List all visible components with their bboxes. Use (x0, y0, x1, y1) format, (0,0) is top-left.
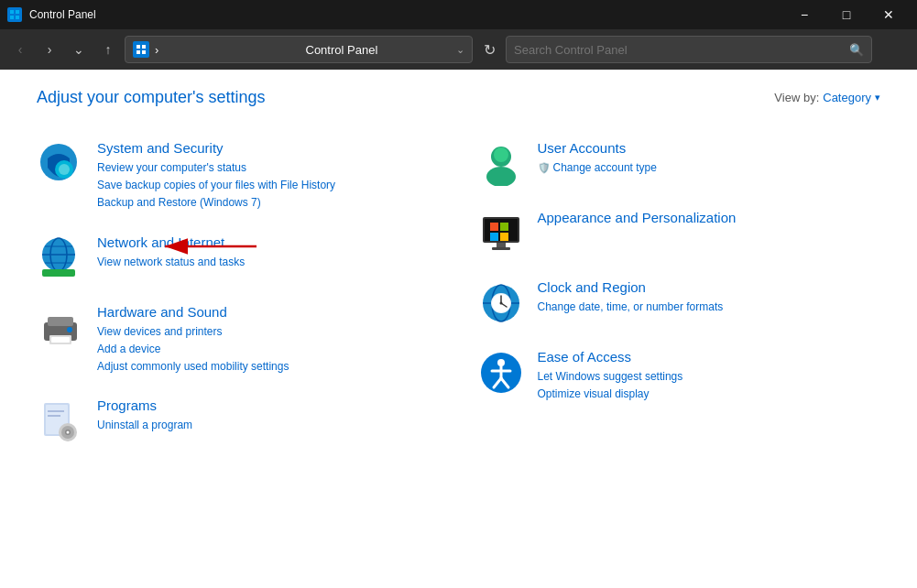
category-user-accounts: User Accounts 🛡️ Change account type (477, 129, 881, 199)
svg-rect-21 (48, 317, 73, 326)
network-internet-link-1[interactable]: View network status and tasks (97, 254, 441, 271)
svg-rect-40 (490, 233, 498, 241)
programs-title[interactable]: Programs (97, 397, 441, 413)
ease-access-link-1[interactable]: Let Windows suggest settings (538, 368, 881, 386)
category-appearance: Appearance and Personalization (477, 199, 881, 268)
svg-rect-43 (492, 247, 510, 250)
category-ease-access: Ease of Access Let Windows suggest setti… (477, 338, 881, 414)
svg-point-11 (59, 164, 70, 175)
svg-rect-38 (490, 223, 498, 231)
maximize-button[interactable]: □ (825, 0, 868, 29)
view-by-value[interactable]: Category (823, 91, 871, 104)
svg-rect-2 (10, 16, 14, 19)
clock-region-text: Clock and Region Change date, time, or n… (538, 279, 881, 316)
user-accounts-link-1[interactable]: Change account type (553, 159, 657, 177)
appearance-title[interactable]: Appearance and Personalization (538, 210, 881, 225)
svg-rect-27 (48, 410, 64, 412)
category-hardware-sound: Hardware and Sound View devices and prin… (37, 293, 441, 387)
arrow-annotation (156, 233, 266, 264)
svg-rect-17 (42, 269, 75, 277)
programs-link-1[interactable]: Uninstall a program (97, 417, 441, 434)
svg-rect-3 (16, 16, 19, 19)
category-network-internet: Network and Internet View network status… (37, 223, 441, 293)
back-button[interactable]: ‹ (7, 37, 33, 62)
address-icon (133, 41, 149, 58)
category-programs: Programs Uninstall a program (37, 387, 441, 456)
address-dropdown-icon: ⌄ (456, 44, 464, 56)
hardware-sound-text: Hardware and Sound View devices and prin… (97, 304, 441, 376)
user-accounts-title[interactable]: User Accounts (538, 140, 881, 156)
system-security-link-2[interactable]: Save backup copies of your files with Fi… (97, 177, 441, 194)
svg-point-51 (499, 302, 502, 305)
forward-button[interactable]: › (37, 37, 62, 62)
clock-region-title[interactable]: Clock and Region (538, 279, 881, 295)
svg-point-32 (67, 431, 70, 434)
svg-rect-7 (136, 50, 140, 54)
content-area: Adjust your computer's settings View by:… (0, 70, 917, 588)
categories-grid: System and Security Review your computer… (37, 129, 880, 456)
svg-point-24 (67, 327, 72, 332)
svg-rect-42 (497, 243, 506, 247)
search-icon[interactable]: 🔍 (849, 43, 864, 57)
system-security-link-3[interactable]: Backup and Restore (Windows 7) (97, 194, 441, 212)
view-by-chevron-icon: ▾ (875, 92, 880, 103)
appearance-text: Appearance and Personalization (538, 210, 881, 229)
network-internet-icon (37, 234, 84, 282)
ease-access-link-2[interactable]: Optimize visual display (538, 386, 881, 403)
address-label: Control Panel (306, 43, 452, 57)
view-by-label: View by: (774, 91, 819, 104)
search-bar[interactable]: 🔍 (506, 36, 872, 63)
svg-rect-1 (16, 10, 19, 14)
minimize-button[interactable]: − (783, 0, 825, 29)
clock-region-icon (477, 279, 525, 327)
network-internet-text: Network and Internet View network status… (97, 234, 441, 271)
svg-rect-6 (142, 45, 146, 49)
hardware-sound-icon (37, 304, 84, 352)
ease-access-text: Ease of Access Let Windows suggest setti… (538, 349, 881, 403)
hardware-sound-title[interactable]: Hardware and Sound (97, 304, 441, 320)
left-column: System and Security Review your computer… (37, 129, 441, 456)
svg-point-34 (486, 167, 516, 186)
user-accounts-text: User Accounts 🛡️ Change account type (538, 140, 881, 177)
close-button[interactable]: ✕ (868, 0, 910, 29)
svg-rect-0 (10, 10, 14, 14)
view-by-control[interactable]: View by: Category ▾ (774, 91, 880, 104)
category-clock-region: Clock and Region Change date, time, or n… (477, 268, 881, 338)
search-input[interactable] (514, 43, 849, 57)
right-column: User Accounts 🛡️ Change account type (477, 129, 881, 456)
svg-rect-39 (500, 223, 508, 231)
svg-point-35 (494, 147, 508, 162)
app-icon (7, 7, 22, 22)
ease-access-title[interactable]: Ease of Access (538, 349, 881, 365)
address-bar[interactable]: › Control Panel ⌄ (125, 36, 473, 63)
content-header: Adjust your computer's settings View by:… (37, 88, 880, 107)
svg-rect-23 (51, 337, 70, 343)
svg-rect-5 (136, 45, 140, 49)
hardware-sound-link-2[interactable]: Add a device (97, 341, 441, 358)
clock-region-link-1[interactable]: Change date, time, or number formats (538, 299, 881, 316)
page-title: Adjust your computer's settings (37, 88, 266, 107)
title-bar: Control Panel − □ ✕ (0, 0, 917, 29)
window-controls: − □ ✕ (783, 0, 910, 29)
system-security-text: System and Security Review your computer… (97, 140, 441, 212)
hardware-sound-link-3[interactable]: Adjust commonly used mobility settings (97, 358, 441, 376)
svg-rect-28 (48, 415, 60, 417)
recent-locations-button[interactable]: ⌄ (66, 37, 92, 62)
programs-icon (37, 397, 84, 445)
nav-bar: ‹ › ⌄ ↑ › Control Panel ⌄ ↻ 🔍 (0, 29, 917, 70)
network-internet-title[interactable]: Network and Internet (97, 234, 441, 250)
hardware-sound-link-1[interactable]: View devices and printers (97, 323, 441, 341)
system-security-title[interactable]: System and Security (97, 140, 441, 156)
system-security-link-1[interactable]: Review your computer's status (97, 159, 441, 177)
programs-text: Programs Uninstall a program (97, 397, 441, 434)
refresh-button[interactable]: ↻ (476, 37, 502, 62)
window-title: Control Panel (29, 8, 783, 21)
svg-rect-41 (500, 233, 508, 241)
system-security-icon (37, 140, 84, 188)
ease-access-icon (477, 349, 525, 397)
user-accounts-icon (477, 140, 525, 188)
appearance-icon (477, 210, 525, 257)
up-button[interactable]: ↑ (95, 37, 121, 62)
svg-rect-8 (142, 50, 146, 54)
address-path: › (155, 43, 300, 57)
